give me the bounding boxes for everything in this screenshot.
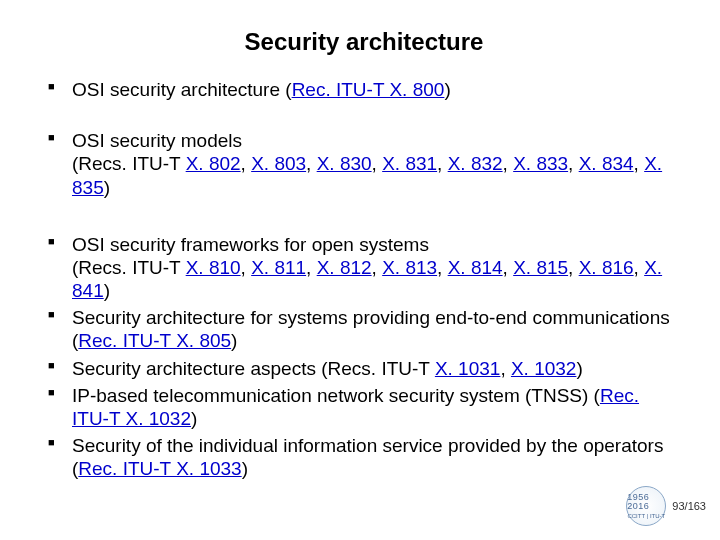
text: , [306,257,317,278]
text: , [500,358,511,379]
text: , [503,153,514,174]
rec-link[interactable]: X. 803 [251,153,306,174]
text: , [634,153,645,174]
bullet-7: Security of the individual information s… [48,434,680,480]
text: ) [231,330,237,351]
badge-label: CCITT | ITU-T [627,513,665,519]
text: ) [444,79,450,100]
rec-link[interactable]: X. 814 [448,257,503,278]
rec-link[interactable]: X. 811 [251,257,306,278]
text: ) [191,408,197,429]
text: ) [242,458,248,479]
bullet-1: OSI security architecture (Rec. ITU-T X.… [48,78,680,101]
bullet-4: Security architecture for systems provid… [48,306,680,352]
slide-title: Security architecture [48,28,680,56]
text: OSI security architecture ( [72,79,292,100]
text: ) [576,358,582,379]
rec-link[interactable]: X. 1031 [435,358,501,379]
rec-link[interactable]: Rec. ITU-T X. 805 [78,330,231,351]
bullet-3: OSI security frameworks for open systems… [48,233,680,303]
rec-link[interactable]: X. 830 [317,153,372,174]
page-counter: 93/163 [672,500,706,512]
rec-link[interactable]: X. 816 [579,257,634,278]
rec-link[interactable]: X. 812 [317,257,372,278]
text: , [437,153,448,174]
bullet-6: IP-based telecommunication network secur… [48,384,680,430]
text: , [372,153,383,174]
text: , [568,153,579,174]
rec-link[interactable]: X. 815 [513,257,568,278]
anniversary-badge-icon: 1956 2016 CCITT | ITU-T [626,486,666,526]
text: , [306,153,317,174]
rec-link[interactable]: Rec. ITU-T X. 800 [292,79,445,100]
rec-link[interactable]: Rec. ITU-T X. 1033 [78,458,241,479]
text: Security architecture aspects (Recs. ITU… [72,358,435,379]
bullet-2: OSI security models(Recs. ITU-T X. 802, … [48,129,680,199]
rec-link[interactable]: X. 834 [579,153,634,174]
rec-link[interactable]: X. 1032 [511,358,577,379]
bullet-list: OSI security architecture (Rec. ITU-T X.… [48,78,680,480]
text: , [437,257,448,278]
text: IP-based telecommunication network secur… [72,385,600,406]
badge-years: 1956 2016 [627,493,665,511]
rec-link[interactable]: X. 833 [513,153,568,174]
text: , [634,257,645,278]
rec-link[interactable]: X. 802 [186,153,241,174]
rec-link[interactable]: X. 810 [186,257,241,278]
rec-link[interactable]: X. 832 [448,153,503,174]
text: ) [104,280,110,301]
text: , [241,257,252,278]
text: , [568,257,579,278]
rec-link[interactable]: X. 813 [382,257,437,278]
rec-link[interactable]: X. 831 [382,153,437,174]
text: , [503,257,514,278]
text: , [241,153,252,174]
text: ) [104,177,110,198]
text: , [372,257,383,278]
bullet-5: Security architecture aspects (Recs. ITU… [48,357,680,380]
footer: 1956 2016 CCITT | ITU-T 93/163 [626,486,706,526]
